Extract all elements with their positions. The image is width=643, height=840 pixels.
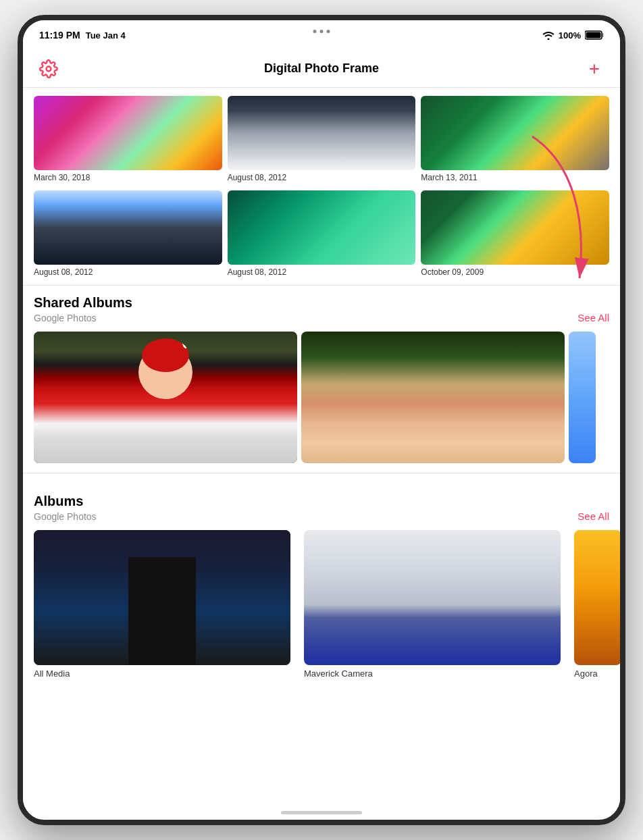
shared-albums-subtitle: Google Photos: [34, 313, 97, 323]
album-thumb-all-media: [34, 530, 290, 665]
photo-row-2: August 08, 2012 August 08, 2012 October …: [34, 190, 609, 282]
shared-album-photo-2[interactable]: [301, 332, 565, 463]
album-thumb-agora: [574, 530, 620, 665]
photo-date-5: August 08, 2012: [228, 267, 416, 277]
wifi-icon: [542, 31, 555, 40]
albums-title: Albums: [34, 494, 83, 508]
photo-item-3[interactable]: March 13, 2011: [421, 96, 609, 188]
status-bar: 11:19 PM Tue Jan 4 100%: [23, 20, 620, 50]
app-header: Digital Photo Frame +: [23, 50, 620, 88]
home-indicator: [281, 811, 362, 814]
photo-thumb-6: [421, 190, 609, 265]
photo-item-6[interactable]: October 09, 2009: [421, 190, 609, 282]
photo-date-2: August 08, 2012: [228, 173, 416, 182]
albums-subtitle-row: Google Photos See All: [34, 510, 609, 522]
photo-thumb-2: [228, 96, 416, 170]
album-item-agora[interactable]: Agora: [574, 530, 620, 679]
svg-rect-3: [586, 32, 601, 38]
photo-date-4: August 08, 2012: [34, 267, 222, 277]
dot-3: [327, 30, 330, 33]
album-item-all-media[interactable]: All Media: [34, 530, 297, 679]
gear-icon: [39, 59, 58, 78]
photo-thumb-5: [228, 190, 416, 265]
dot-1: [313, 30, 317, 33]
ipad-frame: 11:19 PM Tue Jan 4 100% Digital Pho: [18, 15, 625, 825]
photo-thumb-4: [34, 190, 222, 265]
shared-albums-title: Shared Albums: [34, 295, 132, 310]
album-item-maverick[interactable]: Maverick Camera: [304, 530, 567, 679]
shared-album-photo-3[interactable]: [569, 332, 596, 463]
top-dots: [313, 30, 330, 33]
shared-album-photo-1[interactable]: [34, 332, 297, 463]
settings-button[interactable]: [36, 57, 61, 81]
scroll-content: March 30, 2018 August 08, 2012 March 13,…: [23, 88, 620, 808]
album-thumb-maverick: [304, 530, 561, 665]
status-time: 11:19 PM: [39, 30, 80, 41]
photo-item-4[interactable]: August 08, 2012: [34, 190, 222, 282]
shared-albums-see-all[interactable]: See All: [577, 312, 609, 323]
svg-rect-2: [602, 33, 604, 37]
album-label-all-media: All Media: [34, 668, 297, 679]
add-button[interactable]: +: [582, 57, 607, 81]
albums-grid: All Media Maverick Camera Agora: [23, 523, 620, 679]
photo-date-1: March 30, 2018: [34, 173, 222, 182]
photo-item-2[interactable]: August 08, 2012: [228, 96, 416, 188]
dot-2: [320, 30, 324, 33]
photo-thumb-3: [421, 96, 609, 170]
albums-subtitle: Google Photos: [34, 511, 97, 522]
album-label-agora: Agora: [574, 668, 620, 679]
photo-date-6: October 09, 2009: [421, 267, 609, 277]
status-icons: 100%: [542, 30, 604, 41]
status-date: Tue Jan 4: [86, 30, 126, 41]
battery-icon: [585, 30, 604, 40]
albums-see-all[interactable]: See All: [577, 510, 609, 522]
photo-thumb-1: [34, 96, 222, 170]
shared-albums-scroll: [23, 325, 620, 473]
app-title: Digital Photo Frame: [264, 61, 379, 76]
battery-text: 100%: [559, 30, 581, 41]
photo-item-1[interactable]: March 30, 2018: [34, 96, 222, 188]
photo-item-5[interactable]: August 08, 2012: [228, 190, 416, 282]
photo-row-1: March 30, 2018 August 08, 2012 March 13,…: [34, 96, 609, 188]
album-label-maverick: Maverick Camera: [304, 668, 567, 679]
albums-header: Albums Google Photos See All: [23, 484, 620, 523]
photo-date-3: March 13, 2011: [421, 173, 609, 182]
svg-point-0: [547, 38, 549, 40]
photo-grid: March 30, 2018 August 08, 2012 March 13,…: [23, 88, 620, 282]
section-sep-2: [23, 473, 620, 473]
shared-albums-header: Shared Albums Google Photos See All: [23, 286, 620, 325]
shared-albums-subtitle-row: Google Photos See All: [34, 312, 609, 323]
